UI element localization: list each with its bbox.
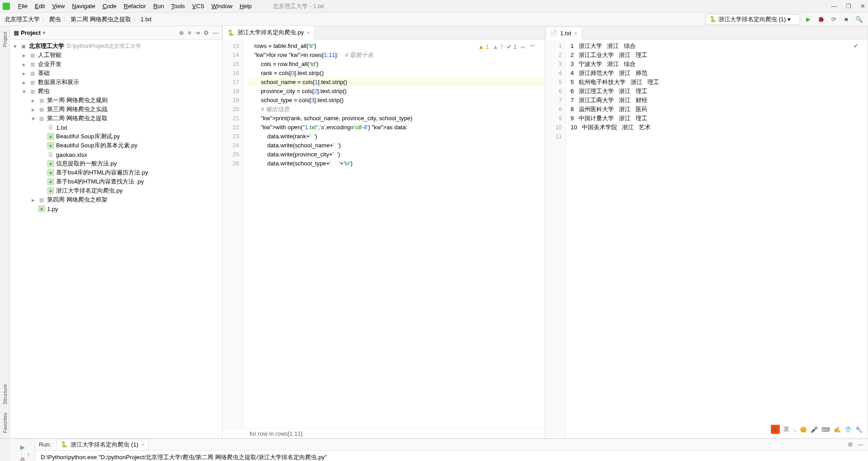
navigation-bar: 北京理工大学〉爬虫〉第二周 网络爬虫之提取〉1.txt 🐍 浙江大学排名定向爬虫… xyxy=(0,13,868,26)
debug-button[interactable]: 🐞 xyxy=(816,15,826,24)
tree-item[interactable]: ☰1.txt xyxy=(10,123,222,132)
menu-help[interactable]: Help xyxy=(237,3,255,9)
ime-skin-icon[interactable]: 👕 xyxy=(844,426,852,433)
editor-right: 📄 1.txt × 1234567891011 1 浙江大学 浙江 综合2 浙江… xyxy=(545,26,868,438)
python-icon: 🐍 xyxy=(61,441,68,448)
run-console[interactable]: D:\Python\python.exe "D:/pythonProject/北… xyxy=(35,451,868,461)
tree-item[interactable]: ▸▥基础 xyxy=(10,69,222,78)
close-tab-button[interactable]: × xyxy=(307,29,310,36)
next-highlight-button[interactable]: ﹀ xyxy=(530,42,536,51)
editor-tab-txt[interactable]: 📄 1.txt × xyxy=(545,27,582,40)
minimize-button[interactable]: — xyxy=(831,3,837,9)
menu-navigate[interactable]: Navigate xyxy=(69,3,98,9)
sogou-icon[interactable]: S xyxy=(771,425,780,434)
weak-warning-count: 7 xyxy=(500,43,503,50)
tree-root[interactable]: ▾▣北京理工大学D:\pythonProject\北京理工大学 xyxy=(10,42,222,51)
breadcrumb-item[interactable]: 北京理工大学 xyxy=(5,15,40,24)
tree-item[interactable]: ▸▥第三周 网络爬虫之实战 xyxy=(10,105,222,114)
breadcrumb-item[interactable]: 1.txt xyxy=(141,16,152,23)
project-panel: ▦ Project ▾ ⊕ ≡ ⇥ ⚙ — ▾▣北京理工大学D:\pythonP… xyxy=(10,26,222,438)
tree-item[interactable]: ▸▥人工智能 xyxy=(10,51,222,60)
left-tool-strip: Project Structure Favorites xyxy=(0,26,10,438)
main-menu: FileEditViewNavigateCodeRefactorRunTools… xyxy=(15,3,255,9)
project-title: Project xyxy=(21,29,41,36)
tree-item[interactable]: ●基于bs4的HTML内容查找方法 .py xyxy=(10,177,222,186)
close-button[interactable]: ✕ xyxy=(860,3,865,9)
run-settings-button[interactable]: ⚙ xyxy=(848,441,853,448)
ime-punct-icon[interactable]: ·, xyxy=(793,426,796,433)
run-button[interactable]: ▶ xyxy=(804,15,813,24)
ime-emoji-icon[interactable]: 😊 xyxy=(800,426,807,433)
line-gutter: 1314151617181920212223242526 xyxy=(222,40,243,428)
tree-item[interactable]: ▸▥第一周 网络爬虫之规则 xyxy=(10,96,222,105)
tree-item[interactable]: ▸▥数据展示和展示 xyxy=(10,78,222,87)
menu-refactor[interactable]: Refactor xyxy=(121,3,149,9)
run-config-selector[interactable]: 🐍 浙江大学排名定向爬虫 (1) ▾ xyxy=(705,14,800,25)
coverage-button[interactable]: ⟳ xyxy=(829,15,838,24)
tree-item[interactable]: ▸▥企业开发 xyxy=(10,60,222,69)
editor-breadcrumb[interactable]: for row in rows[1:11] xyxy=(222,428,545,438)
tree-item[interactable]: ●Beautiful Soup库测试.py xyxy=(10,132,222,141)
menu-file[interactable]: File xyxy=(15,3,30,9)
ime-toolbar[interactable]: S 英 ·, 😊 🎤 ⌨ ✍ 👕 🔧 xyxy=(769,423,864,436)
menu-code[interactable]: Code xyxy=(100,3,119,9)
tree-item[interactable]: ▸▥第四周 网络爬虫之框架 xyxy=(10,195,222,204)
tree-item[interactable]: ●Beautiful Soup库的基本元素.py xyxy=(10,141,222,150)
collapse-all-button[interactable]: ⇥ xyxy=(195,29,200,36)
expand-all-button[interactable]: ≡ xyxy=(188,29,191,36)
python-icon: 🐍 xyxy=(709,16,718,23)
tree-item[interactable]: ●信息提取的一般方法.py xyxy=(10,159,222,168)
tree-item[interactable]: ●1.py xyxy=(10,204,222,213)
run-session-tab[interactable]: 🐍 浙江大学排名定向爬虫 (1) × xyxy=(57,439,148,451)
favorites-tool-tab[interactable]: Favorites xyxy=(2,411,8,435)
app-logo-icon xyxy=(3,3,10,10)
project-tree[interactable]: ▾▣北京理工大学D:\pythonProject\北京理工大学▸▥人工智能▸▥企… xyxy=(10,40,222,438)
python-icon: 🐍 xyxy=(227,29,235,36)
close-run-tab-button[interactable]: × xyxy=(141,441,145,448)
line-gutter: 1234567891011 xyxy=(545,40,566,438)
tree-item[interactable]: ▾▥第二周 网络爬虫之提取 xyxy=(10,114,222,123)
stop-button[interactable]: ■ xyxy=(842,15,851,24)
run-tab-label: 浙江大学排名定向爬虫 (1) xyxy=(71,441,138,449)
editor-left: 🐍 浙江大学排名定向爬虫.py × 1314151617181920212223… xyxy=(222,26,545,438)
menu-edit[interactable]: Edit xyxy=(32,3,47,9)
ime-lang[interactable]: 英 xyxy=(783,425,789,433)
project-tool-tab[interactable]: Project xyxy=(2,30,8,49)
run-config-label: 浙江大学排名定向爬虫 (1) xyxy=(718,16,786,23)
inspection-widget[interactable]: ▲ 1 ▲ 7 ✔ 1 ︿ ﹀ xyxy=(476,42,538,52)
run-label: Run: xyxy=(39,441,51,448)
ok-count: 1 xyxy=(514,43,517,50)
menu-run[interactable]: Run xyxy=(151,3,167,9)
chevron-down-icon[interactable]: ▾ xyxy=(42,29,46,36)
ime-keyboard-icon[interactable]: ⌨ xyxy=(821,426,830,433)
hide-button[interactable]: — xyxy=(212,29,218,36)
menu-view[interactable]: View xyxy=(49,3,67,9)
run-tool-window: ▶ ⚙ ⤢ 📌 ↑ ↓ ⇆ ⇊ 🖶 🗑 Run: 🐍 浙江大学排名定向爬虫 (1… xyxy=(0,438,868,461)
ime-hand-icon[interactable]: ✍ xyxy=(834,426,841,433)
editor-tab-python[interactable]: 🐍 浙江大学排名定向爬虫.py × xyxy=(222,25,315,40)
menu-tools[interactable]: Tools xyxy=(169,3,188,9)
breadcrumb-item[interactable]: 第二周 网络爬虫之提取 xyxy=(71,15,131,24)
code-editor-python[interactable]: 1314151617181920212223242526 rows = tabl… xyxy=(222,40,545,428)
code-editor-txt[interactable]: 1234567891011 1 浙江大学 浙江 综合2 浙江工业大学 浙江 理工… xyxy=(545,40,868,438)
tree-item[interactable]: ▾▥爬虫 xyxy=(10,87,222,96)
ime-tool-icon[interactable]: 🔧 xyxy=(855,426,863,433)
breadcrumb-item[interactable]: 爬虫 xyxy=(49,15,61,24)
search-everywhere-button[interactable]: 🔍 xyxy=(854,15,863,24)
tree-item[interactable]: ●浙江大学排名定向爬虫.py xyxy=(10,186,222,195)
tab-label: 1.txt xyxy=(560,30,571,37)
settings-button[interactable]: ⚙ xyxy=(203,29,209,36)
tree-item[interactable]: ☰gaokao.xlsx xyxy=(10,150,222,159)
close-tab-button[interactable]: × xyxy=(574,30,578,37)
up-stack-button[interactable]: ↑ xyxy=(24,450,33,459)
ime-mic-icon[interactable]: 🎤 xyxy=(811,426,818,433)
menu-vcs[interactable]: VCS xyxy=(189,3,207,9)
hide-run-button[interactable]: — xyxy=(858,441,863,448)
breadcrumb: 北京理工大学〉爬虫〉第二周 网络爬虫之提取〉1.txt xyxy=(5,15,151,24)
menu-window[interactable]: Window xyxy=(209,3,235,9)
tree-item[interactable]: ●基于bs4库的HTML内容遍历方法.py xyxy=(10,168,222,177)
maximize-button[interactable]: ❐ xyxy=(846,3,851,9)
locate-button[interactable]: ⊕ xyxy=(179,29,184,36)
prev-highlight-button[interactable]: ︿ xyxy=(520,42,526,51)
structure-tool-tab[interactable]: Structure xyxy=(2,382,8,406)
